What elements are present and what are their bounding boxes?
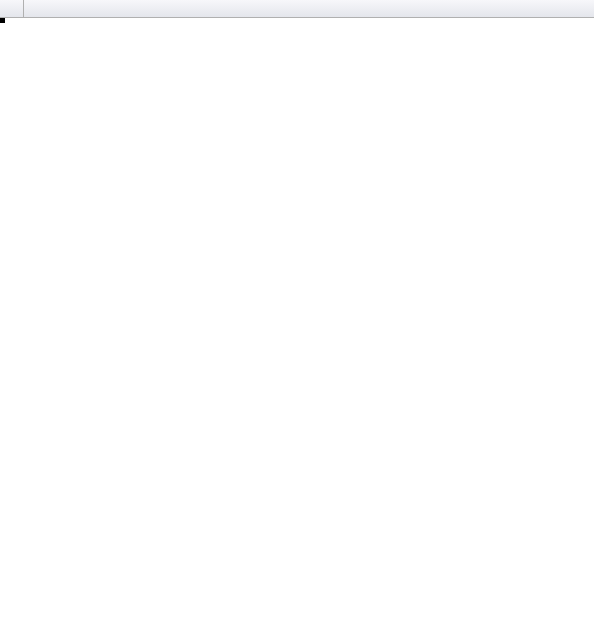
select-all-corner[interactable]: [0, 0, 24, 17]
active-cell-outline: [0, 18, 4, 22]
column-header-row: [0, 0, 594, 18]
spreadsheet: [0, 0, 594, 18]
